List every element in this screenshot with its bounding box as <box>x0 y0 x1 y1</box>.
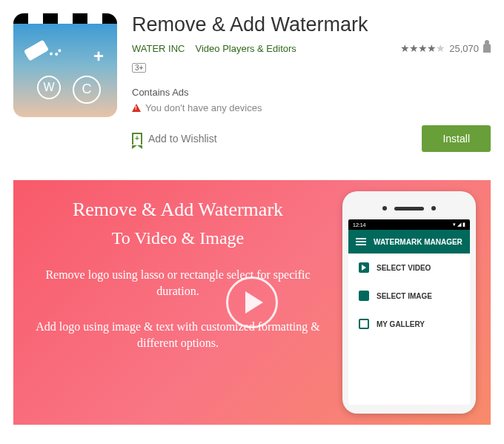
play-icon[interactable] <box>226 276 278 328</box>
hamburger-icon <box>356 238 366 245</box>
promo-banner[interactable]: Remove & Add Watermark To Video & Image … <box>13 180 491 425</box>
menu-select-video: SELECT VIDEO <box>348 254 470 282</box>
warning-icon <box>132 104 141 112</box>
install-button[interactable]: Install <box>422 125 491 152</box>
rating-count: 25,070 <box>449 43 479 54</box>
plus-icon: + <box>93 46 104 67</box>
wishlist-button[interactable]: + Add to Wishlist <box>132 133 217 145</box>
rating[interactable]: ★★★★★ 25,070 <box>400 42 491 54</box>
promo-desc-1: Remove logo using lasso or rectangle sel… <box>21 267 335 300</box>
stars-icon: ★★★★★ <box>400 42 445 54</box>
menu-select-image: SELECT IMAGE <box>348 282 470 310</box>
content-rating-badge[interactable]: 3+ <box>132 63 146 73</box>
wishlist-label: Add to Wishlist <box>148 133 217 145</box>
menu-my-gallery: MY GALLERY <box>348 310 470 338</box>
video-icon <box>359 262 369 273</box>
w-icon: W <box>37 76 61 99</box>
app-icon[interactable]: + W C <box>13 13 117 117</box>
app-title: Remove & Add Watermark <box>132 13 491 36</box>
promo-title-2: To Video & Image <box>21 228 335 248</box>
phone-status-icons: ▾ ◢ ▮ <box>453 222 465 228</box>
image-icon <box>359 291 369 301</box>
category-link[interactable]: Video Players & Editors <box>196 43 296 54</box>
promo-title-1: Remove & Add Watermark <box>21 199 335 221</box>
gallery-icon <box>359 319 369 329</box>
phone-app-title: WATERMARK MANAGER <box>374 238 462 246</box>
promo-desc-2: Add logo using image & text with customi… <box>21 319 335 352</box>
phone-mockup: 12:14 ▾ ◢ ▮ WATERMARK MANAGER SELECT VID… <box>342 191 476 414</box>
bookmark-add-icon: + <box>132 133 142 145</box>
developer-link[interactable]: WATER INC <box>132 43 185 54</box>
contains-ads-label: Contains Ads <box>132 87 491 98</box>
c-icon: C <box>73 76 101 104</box>
people-icon <box>483 44 491 53</box>
device-warning: You don't have any devices <box>145 102 262 113</box>
phone-time: 12:14 <box>353 222 366 228</box>
